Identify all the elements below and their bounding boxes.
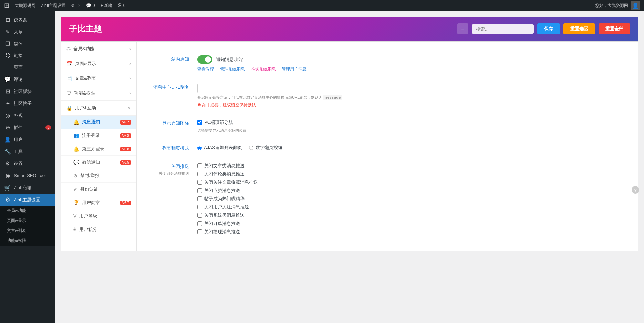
- pc-top-checkbox[interactable]: [197, 120, 202, 125]
- settings-search-input[interactable]: [472, 24, 534, 34]
- msg-notify-icon: 🔔: [73, 119, 79, 125]
- nav-sub-medal[interactable]: 🏆 用户勋章 V6.7: [61, 196, 136, 209]
- sidebar-item-media[interactable]: ❐ 媒体: [0, 38, 55, 50]
- nav-articles[interactable]: 📄 文章&列表 ›: [61, 71, 136, 86]
- sidebar-item-posts[interactable]: ✎ 文章: [0, 26, 55, 38]
- nav-sub-wechat[interactable]: 💬 微信通知 V6.5: [61, 156, 136, 169]
- save-button[interactable]: 保存: [537, 23, 560, 34]
- media-icon: ❐: [4, 41, 11, 47]
- comments-menu-icon: 💬: [4, 76, 11, 83]
- view-tutorial-link[interactable]: 查看教程: [197, 67, 214, 72]
- submenu-articles[interactable]: 文章&列表: [0, 226, 55, 236]
- show-icon-hint: 选择需要显示消息图标的位置: [197, 128, 627, 133]
- adminbar-comments[interactable]: 💬 0: [86, 3, 95, 8]
- sidebar: ⊟ 仪表盘 ✎ 文章 ❐ 媒体 ⛓ 链接 □ 页面 💬 评论 ⊞ 社区板块 ✦: [0, 11, 55, 323]
- theme-submenu: 全局&功能 页面&显示 文章&列表 功能&权限: [0, 206, 55, 246]
- sidebar-item-dashboard[interactable]: ⊟ 仪表盘: [0, 14, 55, 26]
- sidebar-item-ziblitheme[interactable]: ⚙ ZibII主题设置: [0, 194, 55, 206]
- pc-top-checkbox-row: PC端顶部导航: [197, 119, 627, 126]
- permissions-arrow-icon: ›: [129, 91, 131, 96]
- sidebar-item-plugins[interactable]: ⊕ 插件 6: [0, 121, 55, 133]
- msg-url-input[interactable]: [197, 84, 266, 93]
- wp-layout: ⊟ 仪表盘 ✎ 文章 ❐ 媒体 ⛓ 链接 □ 页面 💬 评论 ⊞ 社区板块 ✦: [0, 11, 644, 323]
- submenu-functions[interactable]: 功能&权限: [0, 236, 55, 246]
- close-favorite-msg-checkbox[interactable]: [197, 180, 202, 185]
- medal-icon: 🏆: [73, 200, 79, 205]
- settings-icon: ⚙: [4, 160, 11, 167]
- wp-logo-icon[interactable]: ⊞: [4, 2, 9, 9]
- nav-user-interact[interactable]: 🔒 用户&互动 ∨: [61, 101, 136, 116]
- close-system-msg-checkbox[interactable]: [197, 213, 202, 218]
- nav-global[interactable]: ◎ 全局&功能 ›: [61, 42, 136, 56]
- bbpress-icon: ⊞: [4, 88, 11, 95]
- adminbar-theme-settings[interactable]: ZibII主题设置: [41, 3, 65, 9]
- close-order-msg-checkbox[interactable]: [197, 221, 202, 226]
- reset-all-button[interactable]: 重置全部: [599, 23, 630, 34]
- sidebar-item-settings[interactable]: ⚙ 设置: [0, 158, 55, 170]
- avatar[interactable]: 👤: [631, 1, 640, 10]
- sidebar-item-smartseo[interactable]: ◉ Smart SEO Tool: [0, 170, 55, 182]
- comments-icon: 💬: [86, 3, 91, 8]
- hint-code: message: [323, 95, 342, 100]
- sidebar-item-pages[interactable]: □ 页面: [0, 62, 55, 73]
- theme-settings-icon: ⚙: [4, 196, 11, 203]
- site-notify-toggle[interactable]: [197, 55, 212, 64]
- nav-sub-register[interactable]: 👥 注册登录 V6.8: [61, 129, 136, 142]
- identity-icon: ✔: [73, 186, 77, 192]
- nav-sub-msg-notify[interactable]: 🔔 消息通知 V6.7: [61, 116, 136, 129]
- nav-sub-third-login[interactable]: 🔔 第三方登录 V6.8: [61, 142, 136, 156]
- sidebar-item-comments[interactable]: 💬 评论: [0, 73, 55, 85]
- push-system-msg-link[interactable]: 推送系统消息: [251, 67, 276, 72]
- numeric-radio[interactable]: [249, 146, 253, 150]
- sidebar-item-bbpress[interactable]: ⊞ 社区板块: [0, 85, 55, 97]
- sidebar-item-links[interactable]: ⛓ 链接: [0, 50, 55, 62]
- level-icon: V: [73, 213, 76, 219]
- users-icon: 👤: [4, 136, 11, 143]
- pages-icon: □: [4, 64, 11, 71]
- grid-view-button[interactable]: ≡: [457, 23, 468, 34]
- close-hot-msg-checkbox[interactable]: [197, 196, 202, 201]
- close-article-msg-checkbox[interactable]: [197, 163, 202, 168]
- points-icon: ₽: [73, 227, 76, 232]
- posts-icon: ✎: [4, 29, 11, 35]
- ajax-label: AJAX追加列表翻页: [204, 144, 242, 151]
- adminbar-links[interactable]: ⛓ 0: [118, 3, 126, 8]
- pagination-label: 列表翻页模式: [148, 144, 189, 151]
- manage-user-msg-link[interactable]: 管理用户消息: [282, 67, 307, 72]
- close-like-msg-checkbox[interactable]: [197, 188, 202, 193]
- adminbar-new[interactable]: + 新建: [100, 3, 112, 9]
- reset-selection-button[interactable]: 重置选区: [563, 23, 595, 34]
- close-withdraw-msg-checkbox[interactable]: [197, 229, 202, 234]
- sidebar-item-users[interactable]: 👤 用户: [0, 133, 55, 146]
- adminbar-updates[interactable]: ↻ 12: [71, 3, 80, 8]
- shop-icon: 🛒: [4, 184, 11, 191]
- theme-content: ◎ 全局&功能 › 📅 页面&显示 › 📄 文章&列表: [61, 41, 638, 251]
- submenu-global[interactable]: 全局&功能: [0, 206, 55, 216]
- global-arrow-icon: ›: [129, 46, 131, 51]
- nav-sub-points[interactable]: ₽ 用户积分: [61, 223, 136, 236]
- nav-sub-level[interactable]: V 用户等级: [61, 209, 136, 223]
- adminbar-site-name[interactable]: 大鹏源码网: [15, 3, 35, 9]
- theme-header: 子比主题 ≡ 保存 重置选区 重置全部: [61, 17, 638, 41]
- show-icon-control: PC端顶部导航 选择需要显示消息图标的位置: [197, 119, 627, 133]
- nav-sub-ban[interactable]: ⊘ 禁封/举报: [61, 169, 136, 183]
- user-interact-nav-icon: 🔒: [66, 105, 72, 111]
- manage-system-msg-link[interactable]: 管理系统消息: [220, 67, 245, 72]
- nav-sub-identity[interactable]: ✔ 身份认证: [61, 183, 136, 196]
- sidebar-item-ziblishop[interactable]: 🛒 ZibII商城: [0, 182, 55, 194]
- updates-icon: ↻: [71, 3, 74, 8]
- nav-permissions[interactable]: 🛡 功能&权限 ›: [61, 86, 136, 101]
- close-follow-msg-checkbox[interactable]: [197, 205, 202, 209]
- sidebar-item-tools[interactable]: 🔧 工具: [0, 146, 55, 158]
- sidebar-item-forum[interactable]: ✦ 社区帖子: [0, 97, 55, 109]
- close-hot-msg-row: 帖子成为热门或精华: [197, 196, 627, 202]
- close-comment-msg-checkbox[interactable]: [197, 172, 202, 176]
- sidebar-item-appearance[interactable]: ◎ 外观: [0, 109, 55, 121]
- ajax-radio[interactable]: [197, 146, 202, 150]
- close-follow-msg-row: 关闭用户关注消息推送: [197, 204, 627, 210]
- submenu-pages[interactable]: 页面&显示: [0, 216, 55, 226]
- site-notify-label: 站内通知: [148, 55, 189, 72]
- pages-arrow-icon: ›: [129, 61, 131, 66]
- nav-pages-display[interactable]: 📅 页面&显示 ›: [61, 56, 136, 71]
- dashboard-icon: ⊟: [4, 17, 11, 23]
